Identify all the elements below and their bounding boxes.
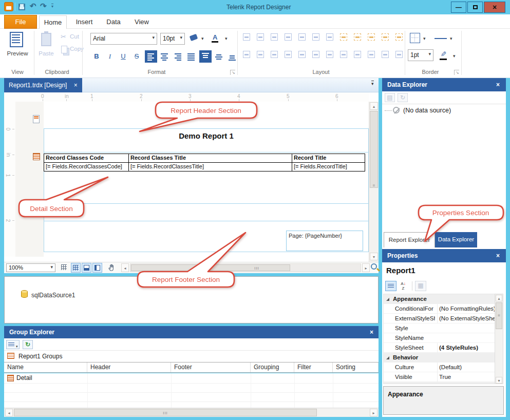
category-collapse-icon[interactable]	[386, 298, 389, 301]
layout-tool-icon-4[interactable]	[283, 32, 294, 43]
font-family-select[interactable]: Arial ▾	[90, 33, 157, 45]
table-header-cell[interactable]: Record Title	[292, 154, 365, 163]
layout-tool-icon-6[interactable]	[311, 32, 322, 43]
layout-tool-icon-21[interactable]	[352, 49, 364, 61]
undo-icon[interactable]: ↶	[30, 2, 36, 10]
property-row-culture[interactable]: Culture(Default)	[384, 362, 495, 372]
close-button[interactable]: ×	[484, 2, 505, 13]
strikethrough-button[interactable]: S	[130, 50, 143, 63]
group-column-header-filter[interactable]: Filter	[294, 362, 333, 372]
table-data-cell[interactable]: [= Fields.RecordClassesCode]	[44, 162, 129, 171]
group-column-header-header[interactable]: Header	[87, 362, 171, 372]
file-tab[interactable]: File	[4, 15, 37, 29]
layout-tool-icon-16[interactable]	[283, 49, 294, 61]
report-header-section-icon[interactable]	[33, 115, 40, 123]
group-list-mode-button[interactable]: ▾	[6, 340, 20, 349]
layout-tool-icon-20[interactable]	[338, 49, 350, 61]
preview-button[interactable]: Preview	[3, 50, 32, 56]
tab-report-explorer[interactable]: Report Explorer	[384, 232, 435, 247]
border-width-select[interactable]: 1pt ▾	[408, 49, 433, 61]
border-line-style-dropdown[interactable]: ▾	[450, 36, 452, 41]
tab-data[interactable]: Data	[102, 15, 125, 29]
layout-tool-icon-14[interactable]	[255, 49, 267, 61]
scroll-right-icon[interactable]: ▸	[362, 263, 370, 272]
layout-tool-icon-22[interactable]	[366, 49, 377, 61]
property-row-style[interactable]: Style	[384, 323, 495, 333]
group-column-header-sorting[interactable]: Sorting	[333, 362, 379, 372]
design-horizontal-scrollbar[interactable]: III	[130, 263, 361, 272]
report-title-textbox[interactable]: Demo Report 1	[44, 131, 369, 140]
scrollbar-thumb[interactable]: ≡	[370, 111, 378, 188]
table-header-cell[interactable]: Record Classes Code	[44, 154, 129, 163]
tab-insert[interactable]: Insert	[72, 15, 97, 29]
group-explorer-root-row[interactable]: Report1 Groups	[4, 351, 379, 362]
snap-to-grid-toggle[interactable]	[71, 263, 81, 273]
format-dialog-launcher-icon[interactable]: ↘	[230, 70, 235, 75]
show-grid-toggle[interactable]	[60, 263, 69, 273]
highlight-color-dropdown[interactable]: ▾	[201, 36, 204, 41]
property-row-conditionalfor[interactable]: ConditionalFor(No FormattingRules)	[384, 304, 495, 314]
valign-bottom-button[interactable]	[226, 50, 238, 63]
cut-button[interactable]: Cut	[70, 33, 79, 40]
align-left-button[interactable]	[145, 50, 157, 63]
app-icon[interactable]	[4, 2, 13, 11]
font-color-dropdown[interactable]: ▾	[225, 36, 228, 41]
bold-button[interactable]: B	[90, 50, 103, 63]
border-color-dropdown[interactable]: ▾	[453, 53, 456, 59]
group-column-header-name[interactable]: Name	[4, 362, 87, 372]
property-row-stylename[interactable]: StyleName	[384, 333, 495, 343]
close-icon[interactable]: ×	[496, 249, 500, 262]
property-category-data[interactable]: Data	[384, 382, 495, 384]
scroll-down-icon[interactable]: ▾	[370, 253, 378, 260]
show-rulers-toggle[interactable]	[92, 263, 102, 273]
property-pages-button[interactable]: ▦	[415, 281, 426, 291]
property-row-externalstylesh[interactable]: ExternalStyleSh(No ExternalStyleSheet	[384, 314, 495, 323]
tab-view[interactable]: View	[129, 15, 154, 29]
align-right-button[interactable]	[172, 50, 184, 63]
border-dialog-launcher-icon[interactable]: ↘	[454, 70, 459, 75]
property-category-appearance[interactable]: Appearance	[384, 294, 495, 304]
valign-middle-button[interactable]	[213, 50, 225, 63]
refresh-button[interactable]: ↻	[398, 93, 408, 102]
group-column-header-grouping[interactable]: Grouping	[251, 362, 294, 372]
group-explorer-scrollbar[interactable]: ◂ III ▸	[4, 408, 379, 417]
layout-tool-icon-10[interactable]	[366, 32, 377, 43]
property-value[interactable]: (Default)	[437, 362, 495, 372]
property-grid[interactable]: AppearanceConditionalFor(No FormattingRu…	[383, 294, 495, 384]
property-value[interactable]: (4 StyleRules)	[437, 343, 495, 353]
edit-datasource-button[interactable]: ▤	[385, 93, 395, 102]
maximize-button[interactable]	[467, 2, 483, 13]
data-explorer-tree[interactable]: (No data source)	[382, 104, 506, 232]
layout-tool-icon-12[interactable]	[394, 32, 405, 43]
layout-tool-icon-8[interactable]	[338, 32, 350, 43]
font-color-icon[interactable]: A	[212, 33, 218, 43]
detail-section-icon[interactable]	[33, 153, 40, 160]
scroll-right-icon[interactable]: ▸	[370, 409, 377, 416]
layout-tool-icon-13[interactable]	[241, 49, 253, 61]
scrollbar-thumb[interactable]: ≡	[496, 302, 502, 329]
document-tab[interactable]: Report1.trdx [Design] ×	[4, 78, 82, 92]
pan-tool-button[interactable]	[108, 263, 117, 273]
page-number-textbox[interactable]: Page: {PageNumber}	[286, 231, 363, 251]
property-value[interactable]: (No FormattingRules)	[437, 304, 495, 314]
group-column-header-footer[interactable]: Footer	[171, 362, 251, 372]
border-style-dropdown[interactable]: ▾	[423, 36, 426, 41]
refresh-button[interactable]: ↻	[23, 340, 33, 349]
tab-data-explorer[interactable]: Data Explorer	[435, 232, 477, 247]
layout-tool-icon-19[interactable]	[325, 49, 336, 61]
underline-button[interactable]: U	[117, 50, 129, 63]
scroll-left-icon[interactable]: ◂	[121, 263, 129, 272]
design-vertical-scrollbar[interactable]: ▴ ≡ ▾	[369, 102, 379, 262]
layout-tool-icon-11[interactable]	[380, 32, 391, 43]
layout-tool-icon-7[interactable]	[325, 32, 336, 43]
table-data-cell[interactable]: [= Fields.RecordTitle]	[292, 162, 365, 171]
border-style-icon[interactable]	[410, 33, 420, 43]
border-line-style-icon[interactable]	[435, 38, 447, 39]
zoom-select[interactable]: 100% ▾	[6, 263, 55, 272]
italic-button[interactable]: I	[104, 50, 116, 63]
table-row[interactable]: Detail	[4, 373, 379, 383]
layout-tool-icon-18[interactable]	[311, 49, 322, 61]
alphabetical-sort-button[interactable]: A↓Z	[398, 281, 409, 291]
copy-button[interactable]: Copy	[70, 46, 84, 52]
redo-icon[interactable]: ↷	[40, 2, 47, 10]
